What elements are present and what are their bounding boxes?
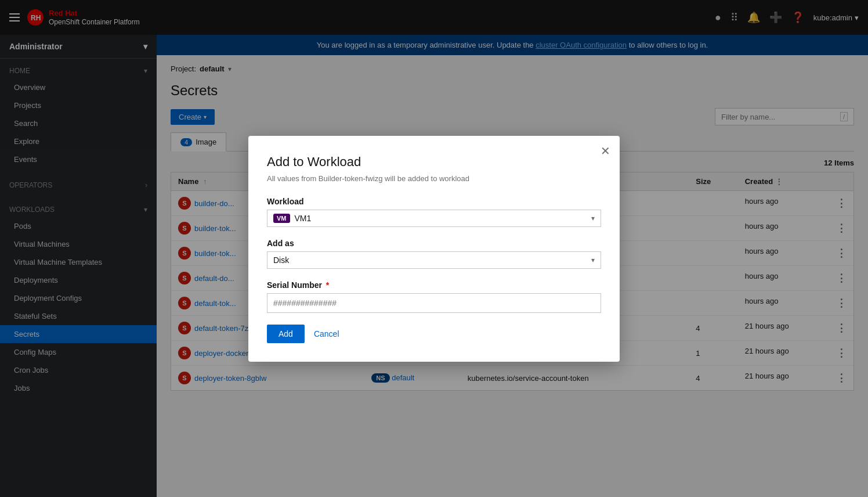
modal: Add to Workload All values from Builder-… xyxy=(248,136,620,362)
vm-badge: VM xyxy=(273,214,290,223)
add-as-select[interactable]: Disk ▾ xyxy=(267,251,601,269)
form-group-serial: Serial Number * xyxy=(267,280,601,313)
workload-label: Workload xyxy=(267,197,601,206)
add-as-label: Add as xyxy=(267,239,601,248)
modal-subtitle: All values from Builder-token-fwizg will… xyxy=(267,174,601,183)
modal-close-button[interactable]: ✕ xyxy=(601,145,610,157)
modal-overlay: Add to Workload All values from Builder-… xyxy=(0,0,868,497)
modal-actions: Add Cancel xyxy=(267,325,601,343)
add-as-value: Disk xyxy=(273,255,289,265)
modal-title: Add to Workload xyxy=(267,154,601,170)
serial-input[interactable] xyxy=(267,293,601,313)
workload-select[interactable]: VM VM1 ▾ xyxy=(267,210,601,227)
cancel-button[interactable]: Cancel xyxy=(314,329,339,338)
workload-dropdown-arrow: ▾ xyxy=(591,214,595,222)
serial-label: Serial Number * xyxy=(267,280,601,290)
form-group-workload: Workload VM VM1 ▾ xyxy=(267,197,601,227)
add-as-select-display: Disk xyxy=(273,255,591,265)
workload-value: VM1 xyxy=(295,214,312,223)
add-button[interactable]: Add xyxy=(267,325,305,343)
form-group-add-as: Add as Disk ▾ xyxy=(267,239,601,269)
serial-required-marker: * xyxy=(326,280,329,290)
add-as-dropdown-arrow: ▾ xyxy=(591,256,595,264)
workload-select-display: VM VM1 xyxy=(273,214,591,223)
